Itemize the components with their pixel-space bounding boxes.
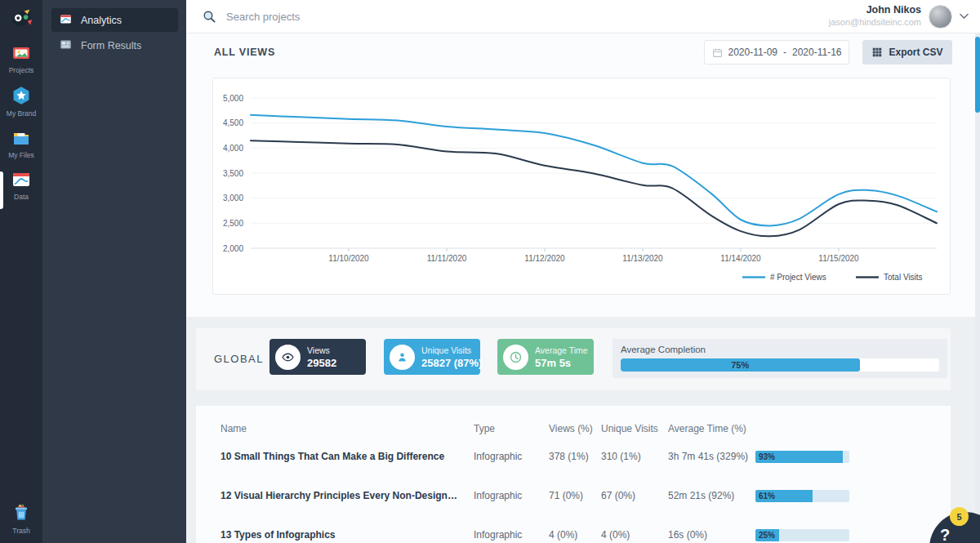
app-logo-icon[interactable] (9, 6, 33, 30)
x-axis-tick-label: 11/10/2020 (328, 254, 369, 263)
average-completion-bar: 75% (621, 358, 939, 372)
completion-percent-label: 25% (755, 531, 775, 540)
user-menu[interactable]: John Nikos jason@hindsiteinc.com (829, 4, 969, 28)
date-range-picker[interactable]: 2020-11-09 - 2020-11-16 (704, 40, 849, 65)
y-axis-tick-label: 2,500 (223, 219, 243, 228)
date-to: 2020-11-16 (792, 47, 842, 58)
sidebar-item-my-files[interactable]: My Files (0, 128, 42, 159)
help-notification-badge: 5 (950, 507, 969, 526)
completion-percent-label: 93% (755, 452, 775, 461)
completion-bar-fill: 61% (755, 490, 813, 502)
table-row[interactable]: 13 Types of InfographicsInfographic4 (0%… (220, 515, 941, 543)
cell-unique-visits: 67 (0%) (601, 490, 668, 501)
global-stats-section: GLOBAL Views29582Unique Visits25827 (87%… (196, 328, 951, 390)
column-header-views: Views (%) (549, 423, 601, 434)
icon-rail: ProjectsMy BrandMy FilesDataTrash (0, 0, 42, 543)
column-header-name: Name (220, 423, 474, 434)
x-axis-tick-label: 11/13/2020 (622, 254, 663, 263)
my-brand-icon (11, 85, 32, 106)
completion-bar-fill: 93% (755, 451, 843, 463)
nav-item-analytics[interactable]: Analytics (51, 8, 178, 32)
table-header-row: NameTypeViews (%)Unique VisitsAverage Ti… (220, 406, 941, 437)
chevron-down-icon[interactable] (960, 13, 969, 20)
x-axis-tick-label: 11/11/2020 (427, 254, 467, 263)
table-row[interactable]: 10 Small Things That Can Make a Big Diff… (220, 437, 941, 476)
sidebar-item-label: Projects (9, 66, 34, 74)
cell-views: 4 (0%) (549, 529, 601, 541)
table-row[interactable]: 12 Visual Hierarchy Principles Every Non… (220, 476, 941, 515)
user-icon (390, 345, 415, 370)
legend-label-total-visits: Total Visits (884, 273, 923, 282)
y-axis-tick-label: 2,000 (223, 244, 243, 253)
column-header-type: Type (474, 423, 549, 434)
sidebar-item-data[interactable]: Data (0, 170, 42, 201)
export-csv-button[interactable]: Export CSV (862, 40, 952, 65)
cell-unique-visits: 4 (0%) (601, 529, 668, 541)
average-completion-panel: Average Completion 75% (612, 339, 947, 378)
y-axis-tick-label: 4,500 (223, 118, 243, 127)
analytics-icon (59, 13, 73, 27)
x-axis-tick-label: 11/12/2020 (524, 254, 565, 263)
cell-average-time: 16s (0%) (668, 529, 755, 541)
nav-item-label: Form Results (81, 40, 141, 51)
legend-label-project-views: # Project Views (770, 273, 826, 282)
calendar-icon (712, 47, 723, 58)
completion-bar: 25% (755, 529, 849, 541)
sidebar-item-label: My Brand (7, 109, 36, 118)
data-icon (11, 170, 32, 189)
cell-average-time: 3h 7m 41s (329%) (668, 451, 755, 462)
projects-table-section: NameTypeViews (%)Unique VisitsAverage Ti… (196, 406, 951, 543)
eye-icon (275, 345, 301, 370)
stat-card-views: Views29582 (270, 339, 366, 375)
completion-percent-label: 61% (755, 492, 775, 501)
date-separator: - (783, 47, 786, 58)
column-header-average-time: Average Time (%) (668, 423, 755, 434)
series-project-views (251, 115, 937, 226)
cell-type: Infographic (474, 490, 549, 501)
sidebar-item-label: Data (14, 193, 29, 201)
y-axis-tick-label: 3,000 (223, 194, 243, 203)
all-views-title: ALL VIEWS (214, 47, 275, 58)
cell-unique-visits: 310 (1%) (601, 451, 668, 462)
projects-icon (11, 43, 32, 63)
x-axis-tick-label: 11/15/2020 (818, 254, 859, 263)
cell-type: Infographic (474, 529, 549, 541)
user-email: jason@hindsiteinc.com (829, 17, 921, 29)
sidebar-item-projects[interactable]: Projects (0, 43, 42, 74)
y-axis-tick-label: 3,500 (223, 169, 243, 178)
completion-bar: 61% (755, 490, 849, 502)
series-total-visits (251, 140, 937, 236)
avatar[interactable] (929, 5, 952, 29)
views-line-chart: 2,0002,5003,0003,5004,0004,5005,00011/10… (212, 78, 951, 295)
completion-bar: 93% (755, 451, 849, 463)
search-icon (203, 10, 216, 24)
average-completion-label: Average Completion (621, 345, 939, 354)
clock-icon (503, 345, 528, 370)
analytics-subnav: AnalyticsForm Results (42, 0, 186, 543)
search-input[interactable]: Search projects (203, 10, 300, 24)
y-axis-tick-label: 5,000 (223, 94, 243, 103)
cell-type: Infographic (474, 451, 549, 462)
stat-card-average-time: Average Time57m 5s (497, 339, 594, 375)
cell-views: 71 (0%) (549, 490, 601, 501)
main-content: ALL VIEWS 2020-11-09 - 2020-11-16 (186, 33, 980, 543)
cell-name: 10 Small Things That Can Make a Big Diff… (220, 451, 474, 462)
stat-label: Views (307, 345, 336, 358)
sidebar-item-label: Trash (12, 527, 29, 535)
nav-item-form-results[interactable]: Form Results (51, 33, 178, 57)
cell-name: 13 Types of Infographics (220, 529, 474, 541)
trash-icon (11, 502, 31, 523)
help-question-label: ? (940, 526, 950, 543)
scrollbar-thumb[interactable] (975, 37, 980, 113)
stat-value: 25827 (87%) (421, 357, 482, 369)
nav-item-label: Analytics (81, 15, 122, 26)
stat-value: 57m 5s (535, 357, 588, 369)
x-axis-tick-label: 11/14/2020 (720, 254, 761, 263)
completion-bar-fill: 25% (755, 529, 779, 541)
sidebar-item-my-brand[interactable]: My Brand (0, 85, 42, 118)
scrollbar-track[interactable] (975, 33, 980, 543)
form-results-icon (59, 38, 73, 52)
sidebar-item-trash[interactable]: Trash (0, 502, 42, 535)
global-section-title: GLOBAL (214, 353, 264, 365)
stat-value: 29582 (307, 357, 336, 369)
